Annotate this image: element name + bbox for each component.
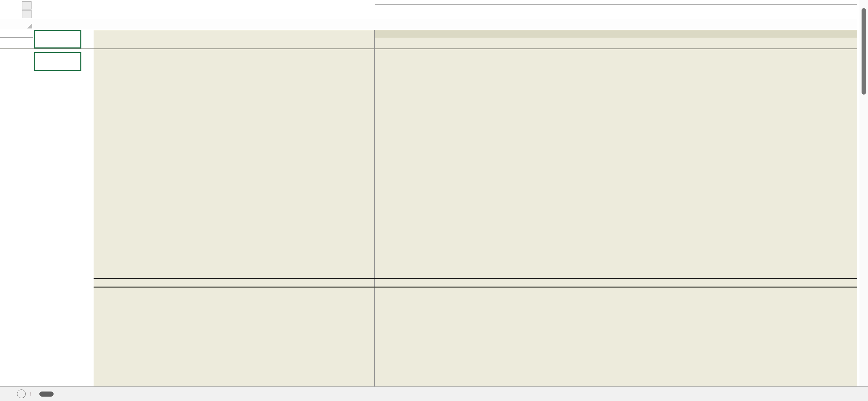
section-divider-bottom bbox=[94, 287, 857, 288]
start-button[interactable] bbox=[34, 30, 81, 48]
total-row-border bbox=[94, 278, 857, 279]
sheet-grid bbox=[0, 0, 857, 386]
sheet-background bbox=[94, 30, 857, 386]
month-number-band bbox=[375, 30, 857, 38]
spreadsheet-app: ⁞ bbox=[0, 0, 868, 401]
tab-overflow-dots-icon: ⁞ bbox=[30, 391, 31, 397]
add-sheet-button[interactable] bbox=[17, 389, 26, 398]
hidden-row-marker bbox=[0, 37, 33, 38]
freeze-line-vertical bbox=[374, 19, 375, 386]
vertical-scrollbar-thumb[interactable] bbox=[862, 8, 866, 95]
horizontal-scrollbar-thumb[interactable] bbox=[39, 392, 54, 397]
section-divider-top bbox=[94, 286, 857, 286]
column-header-row bbox=[0, 19, 857, 30]
freeze-line-horizontal bbox=[0, 48, 857, 49]
select-all-triangle-icon bbox=[27, 23, 32, 28]
select-all-corner[interactable] bbox=[21, 19, 33, 30]
vertical-scrollbar[interactable] bbox=[859, 0, 868, 386]
sheet-tab-bar: ⁞ bbox=[0, 386, 868, 401]
next-button[interactable] bbox=[34, 52, 81, 71]
horizontal-scrollbar[interactable] bbox=[36, 387, 868, 401]
